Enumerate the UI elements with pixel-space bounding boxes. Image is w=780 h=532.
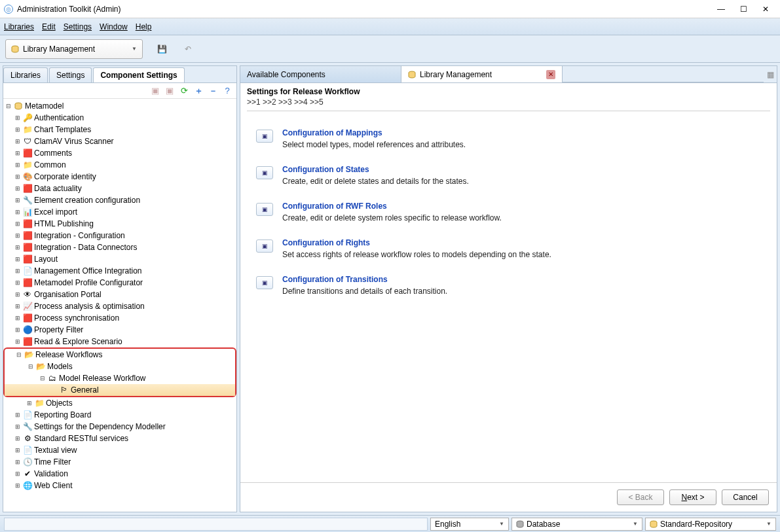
tree-item[interactable]: ⊞⚙Standard RESTful services [3,433,236,444]
tree-item[interactable]: ⊞🟥Layout [3,253,236,265]
tree-root[interactable]: ⊟ Metamodel [3,100,236,112]
menu-libraries[interactable]: Libraries [4,22,34,31]
menu-window[interactable]: Window [100,22,128,31]
item-icon: ✔ [22,469,33,479]
tree-item[interactable]: ⊞🔧Settings for the Dependency Modeller [3,421,236,433]
add-icon[interactable]: ＋ [193,86,204,96]
tree-release-workflows[interactable]: ⊟ 📂 Release Workflows [5,349,235,361]
tree-item[interactable]: ⊞📁Chart Templates [3,124,236,135]
library-selector-label: Library Management [23,44,95,54]
item-icon: 🟥 [22,183,33,194]
library-selector[interactable]: Library Management ▼ [5,39,143,59]
right-tabstrip: Available Components Library Management … [240,66,777,83]
tree-item[interactable]: ⊞🕓Time Filter [3,456,236,468]
menu-settings[interactable]: Settings [64,22,92,31]
config-item: ▣Configuration of RWF RolesCreate, edit … [247,202,770,222]
tree-objects[interactable]: ⊞ 📁 Objects [3,397,236,409]
config-item-title[interactable]: Configuration of States [282,165,469,174]
tree-model-release-workflow[interactable]: ⊟ 🗂 Model Release Workflow [5,372,235,384]
tree-item[interactable]: ⊞📄Management Office Integration [3,265,236,277]
language-selector[interactable]: English▼ [430,518,509,531]
maximize-button[interactable]: ☐ [733,2,754,16]
window-title: Administration Toolkit (Admin) [17,5,709,14]
tree-item[interactable]: ⊞🔧Element creation configuration [3,194,236,206]
tree-item[interactable]: ⊞🟥Read & Explore Scenario [3,336,236,347]
tab-library-management[interactable]: Library Management ✕ [401,66,563,82]
tab-libraries[interactable]: Libraries [3,67,48,82]
repository-selector[interactable]: Standard-Repository▼ [645,518,776,531]
database-selector[interactable]: Database▼ [511,518,642,531]
undo-icon[interactable]: ↶ [181,42,195,56]
config-item: ▣Configuration of StatesCreate, edit or … [247,165,770,186]
config-item-title[interactable]: Configuration of RWF Roles [282,202,502,211]
item-icon: 📄 [22,410,33,420]
item-icon: 🟥 [22,313,33,323]
tree-item[interactable]: ⊞🔑Authentication [3,112,236,124]
refresh-icon[interactable]: ⟳ [179,86,189,96]
tree-item[interactable]: ⊞🛡ClamAV Virus Scanner [3,135,236,147]
tree-item[interactable]: ⊞📄Reporting Board [3,409,236,421]
remove-icon[interactable]: － [208,86,218,96]
config-item-title[interactable]: Configuration of Transitions [282,275,447,284]
save-icon[interactable]: 💾 [155,42,169,56]
chevron-down-icon: ▼ [132,46,137,52]
item-icon: 🔧 [22,421,33,432]
cancel-button[interactable]: Cancel [722,489,769,505]
tree-general[interactable]: · 🏳 General [5,384,235,396]
item-icon: 📄 [22,445,33,455]
close-button[interactable]: ✕ [755,2,776,16]
tree-item[interactable]: ⊞🎨Corporate identity [3,171,236,183]
tree-toolbar: ▣ ▣ ⟳ ＋ － ? [3,83,236,99]
tree-item[interactable]: ⊞🔵Property Filter [3,324,236,336]
item-icon: 🕓 [22,457,33,467]
tab-options-icon[interactable]: ▦ [764,66,777,82]
config-item-desc: Create, edit or delete states and detail… [282,177,469,186]
folder-icon: 📂 [35,361,46,372]
tab-settings[interactable]: Settings [49,67,92,82]
next-button[interactable]: Next > [669,489,716,505]
tree-item[interactable]: ⊞✔Validation [3,468,236,480]
button-bar: < Back Next > Cancel [240,482,777,512]
tree-item[interactable]: ⊞🟥HTML Publishing [3,218,236,230]
config-item: ▣Configuration of RightsSet access right… [247,238,770,259]
tree-models[interactable]: ⊟ 📂 Models [5,361,235,372]
tree-item[interactable]: ⊞🟥Comments [3,147,236,159]
item-icon: 🟥 [22,242,33,253]
tab-component-settings[interactable]: Component Settings [93,67,184,82]
item-icon: 🟥 [22,254,33,264]
back-button[interactable]: < Back [617,489,664,505]
config-item-icon: ▣ [256,276,273,289]
tree-item[interactable]: ⊞📊Excel import [3,206,236,218]
tree-item[interactable]: ⊞📄Textual view [3,444,236,456]
config-item: ▣Configuration of MappingsSelect model t… [247,128,770,149]
tree-item[interactable]: ⊞🌐Web Client [3,480,236,491]
menu-help[interactable]: Help [136,22,152,31]
config-item-desc: Create, edit or delete system roles spec… [282,213,502,222]
database-icon [408,71,416,79]
item-icon: 🔵 [22,325,33,335]
tab-available-components[interactable]: Available Components [240,66,401,82]
right-panel: Available Components Library Management … [240,65,777,512]
tree-item[interactable]: ⊞🟥Metamodel Profile Configurator [3,277,236,289]
menu-edit[interactable]: Edit [42,22,56,31]
tree-item[interactable]: ⊞🟥Data actuality [3,183,236,194]
tree-item[interactable]: ⊞📁Common [3,159,236,171]
help-icon[interactable]: ? [222,86,232,96]
item-icon: 🔧 [22,195,33,205]
tree-item[interactable]: ⊞🟥Integration - Configuration [3,230,236,241]
close-tab-icon[interactable]: ✕ [546,70,555,79]
tree-item[interactable]: ⊞📈Process analysis & optimisation [3,300,236,312]
tree-item[interactable]: ⊞👁Organisation Portal [3,289,236,300]
tree-action-2-icon[interactable]: ▣ [164,86,175,96]
item-icon: 🌐 [22,480,33,491]
minimize-button[interactable]: — [711,2,732,16]
tree-action-1-icon[interactable]: ▣ [150,86,160,96]
tree-item[interactable]: ⊞🟥Integration - Data Connectors [3,241,236,253]
tree-root-label: Metamodel [25,101,64,111]
item-icon: 📄 [22,266,33,276]
tree-item[interactable]: ⊞🟥Process synchronisation [3,312,236,324]
config-item-title[interactable]: Configuration of Mappings [282,128,466,137]
config-item-title[interactable]: Configuration of Rights [282,238,551,247]
database-icon [516,520,524,528]
breadcrumb[interactable]: >>1 >>2 >>3 >>4 >>5 [247,96,770,111]
